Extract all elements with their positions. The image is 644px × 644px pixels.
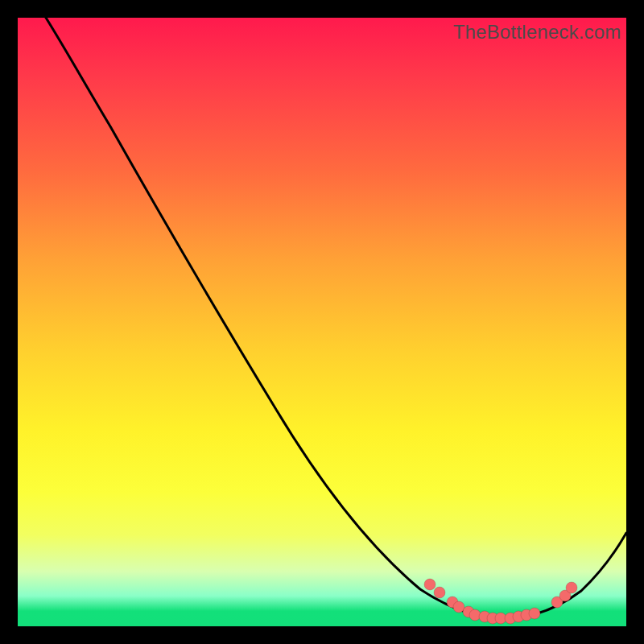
chart-plot-area: TheBottleneck.com	[18, 18, 626, 626]
data-point	[434, 587, 445, 598]
curve-path	[46, 18, 626, 619]
data-point	[566, 582, 577, 593]
dots-group	[424, 579, 577, 624]
data-point	[424, 579, 436, 590]
chart-svg	[18, 18, 626, 626]
data-point	[529, 608, 540, 619]
chart-frame: TheBottleneck.com	[0, 0, 644, 644]
curve-group	[46, 18, 626, 619]
data-point	[469, 609, 481, 621]
